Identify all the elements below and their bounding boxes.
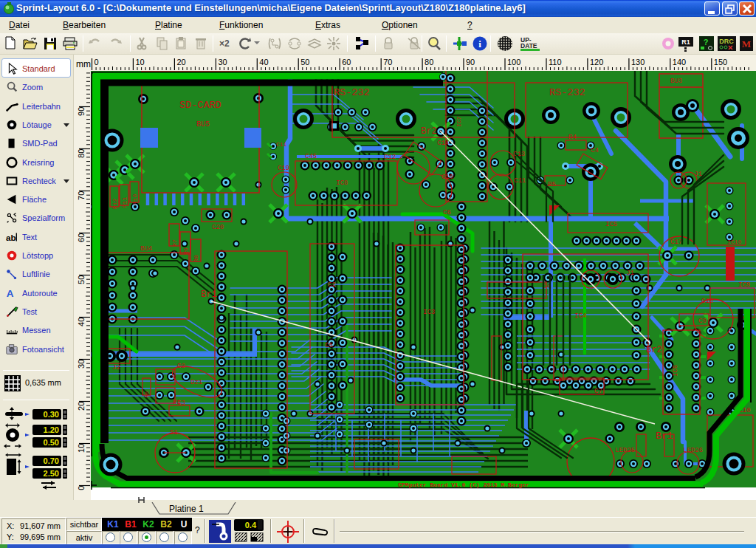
svg-text:60: 60 [342,58,351,66]
svg-text:90: 90 [77,107,86,116]
svg-text:R12: R12 [111,199,118,210]
svg-text:S1: S1 [170,429,178,436]
svg-text:C7: C7 [594,388,602,395]
svg-text:100: 100 [507,58,520,66]
svg-text:C12: C12 [384,154,396,161]
svg-text:C45: C45 [305,153,317,160]
svg-text:C14: C14 [437,140,449,147]
svg-text:70: 70 [383,58,392,66]
svg-text:C11: C11 [514,177,526,185]
svg-text:50: 50 [77,275,86,284]
svg-text:60: 60 [77,233,86,242]
svg-text:J2: J2 [112,364,120,371]
svg-text:30: 30 [218,58,227,66]
svg-text:BU3: BU3 [670,78,682,85]
svg-text:IC8: IC8 [336,179,348,187]
svg-text:Br2: Br2 [421,126,437,137]
svg-text:40: 40 [77,318,86,326]
svg-text:R1: R1 [681,38,690,46]
svg-text:BU4: BU4 [140,245,152,253]
svg-text:C11: C11 [276,141,287,148]
svg-text:0: 0 [94,58,99,66]
svg-text:Br1: Br1 [201,290,217,300]
svg-text:IC5: IC5 [605,221,617,228]
svg-text:mm: mm [76,59,91,69]
svg-text:10: 10 [135,58,144,66]
svg-text:BU5: BU5 [196,120,210,129]
svg-text:70: 70 [77,191,86,200]
svg-text:i: i [478,38,481,49]
svg-text:40: 40 [259,58,268,66]
svg-text:110: 110 [549,58,562,66]
svg-text:J1: J1 [626,270,634,277]
svg-text:80: 80 [77,149,86,158]
svg-text:IC4: IC4 [574,312,586,320]
svg-text:120: 120 [590,58,603,66]
svg-text:SD-CARD: SD-CARD [179,100,221,111]
svg-text:IC3: IC3 [423,309,435,316]
svg-text:80: 80 [425,58,433,66]
svg-text:20: 20 [176,58,185,66]
svg-text:CPMputer Board V1.0 (C) 2013: CPMputer Board V1.0 (C) 2013 M.Berger [398,482,529,488]
svg-text:Platine 1: Platine 1 [169,504,204,514]
svg-text:150: 150 [714,58,727,66]
svg-text:R4: R4 [568,134,577,141]
svg-text:IC6: IC6 [672,365,679,377]
svg-text:DATE: DATE [520,42,537,49]
svg-text:Br1: Br1 [656,431,673,442]
svg-text:C20: C20 [212,224,224,231]
svg-text:130: 130 [631,58,645,66]
svg-text:ab: ab [6,232,16,242]
svg-text:IC10: IC10 [727,239,741,245]
svg-text:0: 0 [77,486,86,490]
svg-text:R9: R9 [182,247,189,255]
svg-text:C6: C6 [443,209,451,216]
svg-text:Br2: Br2 [646,345,662,355]
svg-text:C9: C9 [698,318,707,325]
svg-text:?: ? [704,38,709,47]
svg-text:C4: C4 [591,147,599,154]
svg-text:30: 30 [77,360,86,369]
svg-text:140: 140 [673,58,686,66]
svg-text:C10: C10 [441,174,453,181]
svg-text:90: 90 [466,58,475,66]
svg-text:A: A [7,288,14,299]
svg-text:DRC: DRC [719,38,734,45]
svg-text:M: M [742,38,751,49]
svg-text:R10: R10 [131,194,138,205]
svg-text:C2: C2 [177,363,185,370]
svg-text:R8: R8 [193,255,199,262]
svg-text:R1: R1 [173,399,181,406]
svg-text:R11: R11 [121,197,128,208]
svg-text:×2: ×2 [219,38,230,49]
svg-text:C19: C19 [278,165,289,172]
svg-text:RS-232: RS-232 [549,87,585,98]
svg-text:50: 50 [300,58,309,66]
svg-text:C2: C2 [328,281,336,289]
svg-text:IC9: IC9 [738,281,750,289]
svg-text:R7: R7 [171,239,178,247]
svg-text:20: 20 [77,402,86,411]
svg-text:IC7: IC7 [456,116,462,127]
svg-text:C5: C5 [325,342,333,349]
svg-text:C17: C17 [670,239,682,246]
svg-text:R6: R6 [144,391,150,397]
svg-text:C18: C18 [701,298,713,305]
svg-text:10: 10 [77,444,86,453]
svg-text:Dz1: Dz1 [190,379,202,386]
svg-text:RS-232: RS-232 [334,87,370,98]
